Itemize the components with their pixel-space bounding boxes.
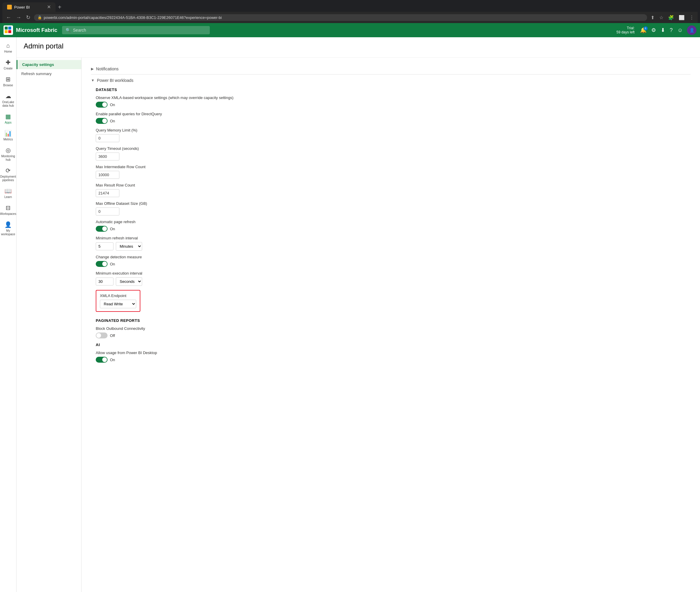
- bookmark-icon[interactable]: ☆: [658, 14, 664, 21]
- trial-badge: Trial: 59 days left: [616, 26, 635, 34]
- change-detection-toggle-row: On: [96, 261, 691, 267]
- sidebar-toggle-icon[interactable]: ⬜: [678, 14, 686, 21]
- sidebar-label-deployment: Deployment pipelines: [0, 175, 16, 182]
- notifications-title: Notifications: [96, 66, 118, 71]
- myworkspace-icon: 👤: [4, 221, 12, 228]
- svg-rect-0: [5, 27, 8, 30]
- allow-usage-toggle-row: On: [96, 357, 691, 363]
- parallel-queries-toggle-row: On: [96, 118, 691, 124]
- query-timeout-label: Query Timeout (seconds): [96, 146, 691, 151]
- page-title: Admin portal: [23, 42, 693, 50]
- notification-count: 8: [644, 26, 648, 31]
- block-outbound-setting: Block Outbound Connectivity Off: [96, 326, 691, 338]
- sidebar-item-deployment[interactable]: ⟳ Deployment pipelines: [0, 165, 16, 185]
- sidebar-item-workspaces[interactable]: ⊟ Workspaces: [0, 202, 16, 218]
- observe-xmla-setting: Observe XMLA-based workspace settings (w…: [96, 95, 691, 108]
- min-execution-label: Minimum execution interval: [96, 271, 691, 276]
- workspaces-icon: ⊟: [6, 204, 11, 211]
- sidebar-item-home[interactable]: ⌂ Home: [0, 40, 16, 56]
- forward-button[interactable]: →: [15, 14, 22, 21]
- address-bar[interactable]: 🔒 powerbi.com/admin-portal/capacities/29…: [34, 14, 647, 21]
- back-button[interactable]: ←: [5, 14, 12, 21]
- notifications-chevron: ▶: [91, 67, 94, 71]
- notifications-section-header[interactable]: ▶ Notifications: [91, 63, 691, 75]
- user-avatar[interactable]: 👤: [687, 26, 696, 35]
- sidebar-item-capacity-settings[interactable]: Capacity settings: [16, 60, 81, 69]
- fabric-logo-image: [4, 26, 13, 35]
- settings-content: ▶ Notifications ▼ Power BI workloads DAT…: [82, 58, 700, 592]
- workloads-section: ▼ Power BI workloads DATASETS Observe XM…: [91, 78, 691, 363]
- deployment-icon: ⟳: [6, 167, 11, 174]
- app-name: Microsoft Fabric: [16, 27, 57, 34]
- query-timeout-input[interactable]: [96, 152, 119, 160]
- allow-usage-state: On: [110, 358, 115, 362]
- new-tab-button[interactable]: +: [56, 3, 64, 12]
- block-outbound-toggle[interactable]: [96, 333, 108, 338]
- sidebar-item-learn[interactable]: 📖 Learn: [0, 185, 16, 201]
- share-icon[interactable]: ⬆: [649, 14, 656, 21]
- allow-usage-setting: Allow usage from Power BI Desktop On: [96, 350, 691, 363]
- onelake-icon: ☁: [5, 93, 11, 100]
- active-tab[interactable]: Power BI ✕: [2, 2, 56, 12]
- notifications-button[interactable]: 🔔 8: [638, 26, 648, 35]
- min-refresh-setting: Minimum refresh interval Minutes Seconds…: [96, 236, 691, 251]
- search-bar[interactable]: 🔍 Search: [62, 26, 210, 34]
- block-outbound-state: Off: [110, 333, 115, 338]
- sidebar-item-myworkspace[interactable]: 👤 My workspace: [0, 219, 16, 239]
- change-detection-setting: Change detection measure On: [96, 255, 691, 267]
- query-memory-input[interactable]: [96, 134, 119, 142]
- content-inner: Capacity settings Refresh summary ▶ Noti…: [16, 58, 700, 592]
- browser-tabs: Power BI ✕ +: [2, 2, 698, 12]
- query-memory-label: Query Memory Limit (%): [96, 128, 691, 133]
- min-refresh-input[interactable]: [96, 242, 113, 250]
- sidebar-item-onelake[interactable]: ☁ OneLake data hub: [0, 90, 16, 110]
- datasets-heading: DATASETS: [96, 88, 691, 92]
- sidebar-label-metrics: Metrics: [3, 138, 13, 141]
- xmla-endpoint-select[interactable]: Off Read Only Read Write: [100, 300, 136, 308]
- parallel-queries-toggle[interactable]: [96, 118, 108, 124]
- max-offline-setting: Max Offline Dataset Size (GB): [96, 201, 691, 215]
- nav-icons: 🔔 8 ⚙ ⬇ ? ☺ 👤: [638, 26, 696, 35]
- app-logo[interactable]: Microsoft Fabric: [4, 26, 57, 35]
- refresh-button[interactable]: ↻: [25, 14, 32, 21]
- help-button[interactable]: ?: [668, 26, 674, 35]
- auto-refresh-setting: Automatic page refresh On: [96, 219, 691, 232]
- workloads-header[interactable]: ▼ Power BI workloads: [91, 78, 691, 83]
- ai-section: AI Allow usage from Power BI Desktop On: [91, 343, 691, 363]
- max-result-input[interactable]: [96, 189, 119, 197]
- min-execution-unit-select[interactable]: Seconds Minutes: [116, 277, 142, 286]
- browse-icon: ⊞: [6, 76, 11, 83]
- tab-close-button[interactable]: ✕: [47, 5, 51, 9]
- toolbar-actions: ⬆ ☆ 🧩 ⬜ ⋮: [649, 14, 695, 21]
- menu-icon[interactable]: ⋮: [688, 14, 695, 21]
- max-intermediate-input[interactable]: [96, 171, 119, 179]
- allow-usage-label: Allow usage from Power BI Desktop: [96, 350, 691, 355]
- allow-usage-toggle[interactable]: [96, 357, 108, 363]
- sidebar-item-apps[interactable]: ▦ Apps: [0, 110, 16, 127]
- sidebar-item-create[interactable]: ✚ Create: [0, 56, 16, 73]
- auto-refresh-state: On: [110, 227, 115, 231]
- max-offline-input[interactable]: [96, 207, 119, 215]
- tab-title: Power BI: [14, 5, 30, 9]
- download-button[interactable]: ⬇: [659, 26, 667, 35]
- url-text: powerbi.com/admin-portal/capacities/2922…: [44, 15, 221, 20]
- sidebar-item-browse[interactable]: ⊞ Browse: [0, 73, 16, 90]
- paginated-reports-section: PAGINATED REPORTS Block Outbound Connect…: [91, 318, 691, 338]
- min-refresh-unit-select[interactable]: Minutes Seconds Hours: [116, 242, 142, 251]
- lock-icon: 🔒: [38, 15, 42, 19]
- svg-rect-2: [5, 30, 8, 33]
- auto-refresh-toggle[interactable]: [96, 226, 108, 232]
- extensions-icon[interactable]: 🧩: [667, 14, 675, 21]
- sidebar-item-monitoring[interactable]: ◎ Monitoring hub: [0, 144, 16, 164]
- search-icon: 🔍: [65, 28, 70, 33]
- left-sidebar: ⌂ Home ✚ Create ⊞ Browse ☁ OneLake data …: [0, 37, 16, 592]
- sidebar-item-refresh-summary[interactable]: Refresh summary: [16, 69, 81, 78]
- feedback-button[interactable]: ☺: [676, 26, 685, 35]
- min-execution-input[interactable]: [96, 278, 113, 286]
- observe-xmla-toggle[interactable]: [96, 102, 108, 108]
- change-detection-toggle[interactable]: [96, 261, 108, 267]
- sidebar-item-metrics[interactable]: 📊 Metrics: [0, 128, 16, 144]
- auto-refresh-label: Automatic page refresh: [96, 219, 691, 224]
- settings-button[interactable]: ⚙: [649, 26, 658, 35]
- sidebar-label-myworkspace: My workspace: [1, 229, 15, 236]
